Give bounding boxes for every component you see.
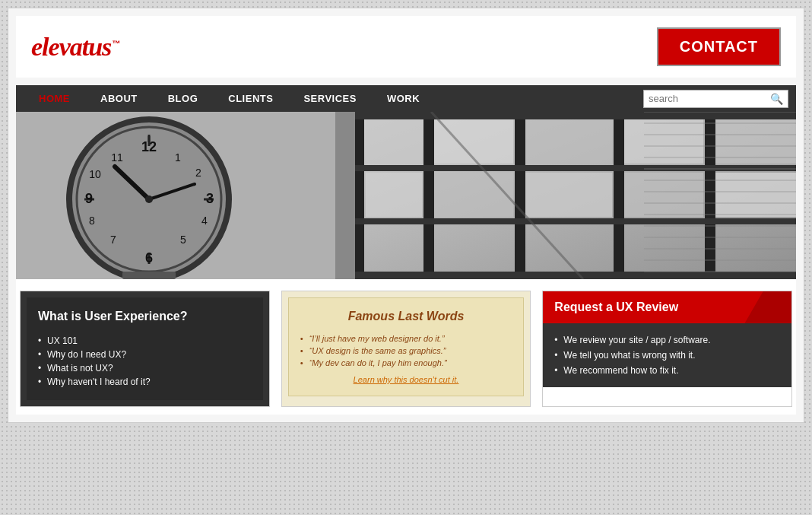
svg-rect-36 [434, 119, 513, 164]
svg-text:6: 6 [145, 250, 153, 265]
search-button[interactable]: 🔍 [770, 93, 783, 105]
nav-item-work[interactable]: WORK [372, 85, 435, 112]
svg-rect-32 [355, 165, 796, 171]
list-item: Why haven't I heard of it? [38, 375, 252, 389]
list-item: Why do I need UX? [38, 348, 252, 361]
contact-button[interactable]: CONTACT [657, 27, 781, 66]
card-flw-list: “I’ll just have my web designer do it.” … [300, 332, 512, 369]
svg-rect-34 [355, 272, 796, 279]
svg-text:1: 1 [175, 151, 181, 164]
svg-rect-42 [525, 173, 612, 217]
search-input[interactable] [649, 93, 770, 104]
card-review-header: Request a UX Review [543, 291, 791, 323]
hero-clock: 12 3 6 9 1 2 4 5 7 8 10 11 [16, 112, 335, 279]
svg-rect-24 [122, 272, 176, 279]
nav-link-about[interactable]: ABOUT [85, 85, 153, 112]
card-review-title: Request a UX Review [554, 300, 780, 314]
svg-rect-44 [715, 173, 796, 217]
list-item: We tell you what is wrong with it. [554, 348, 780, 363]
card-review-body: We review your site / app / software. We… [543, 323, 791, 387]
nav-item-home[interactable]: HOME [24, 85, 85, 112]
svg-rect-27 [423, 112, 434, 279]
svg-rect-37 [525, 119, 612, 164]
svg-text:12: 12 [141, 139, 157, 154]
card-review-list: We review your site / app / software. We… [554, 332, 780, 378]
svg-rect-31 [355, 112, 796, 119]
svg-rect-41 [434, 173, 513, 217]
search-box[interactable]: 🔍 [643, 90, 788, 108]
card-famous-last-words: Famous Last Words “I’ll just have my web… [281, 291, 531, 407]
hero-building [355, 112, 796, 279]
svg-text:10: 10 [89, 168, 101, 180]
cards-section: What is User Experience? UX 101 Why do I… [16, 279, 796, 415]
list-item: UX 101 [38, 334, 252, 348]
svg-point-23 [145, 196, 153, 203]
card-ux-review: Request a UX Review We review your site … [542, 291, 792, 407]
svg-rect-28 [515, 112, 525, 279]
list-item: What is not UX? [38, 361, 252, 375]
nav-items: HOME ABOUT BLOG CLIENTS SERVICES WORK [24, 85, 643, 112]
header: elevatus™ CONTACT [16, 16, 796, 78]
svg-rect-35 [366, 119, 422, 164]
list-item: “My dev can do it, I pay him enough.” [300, 357, 512, 369]
svg-rect-38 [624, 119, 703, 164]
svg-rect-33 [355, 218, 796, 224]
svg-text:11: 11 [111, 151, 123, 164]
svg-text:7: 7 [110, 234, 116, 246]
nav-item-about[interactable]: ABOUT [85, 85, 153, 112]
card-ux-title: What is User Experience? [38, 309, 252, 325]
list-item: “I’ll just have my web designer do it.” [300, 332, 512, 345]
svg-text:9: 9 [85, 191, 93, 206]
card-ux: What is User Experience? UX 101 Why do I… [20, 291, 270, 407]
svg-text:4: 4 [201, 215, 208, 227]
hero-image: 12 3 6 9 1 2 4 5 7 8 10 11 [16, 112, 796, 279]
card-ux-list: UX 101 Why do I need UX? What is not UX?… [38, 334, 252, 389]
learn-more-link[interactable]: Learn why this doesn’t cut it. [300, 375, 512, 384]
nav-item-services[interactable]: SERVICES [288, 85, 372, 112]
svg-rect-26 [355, 112, 364, 279]
nav-item-blog[interactable]: BLOG [153, 85, 214, 112]
nav-link-work[interactable]: WORK [372, 85, 435, 112]
list-item: “UX design is the same as graphics.” [300, 345, 512, 357]
search-icon: 🔍 [770, 93, 783, 105]
svg-rect-43 [624, 173, 703, 217]
nav-item-clients[interactable]: CLIENTS [213, 85, 288, 112]
svg-text:2: 2 [195, 167, 201, 179]
svg-rect-39 [715, 119, 796, 164]
card-flw-title: Famous Last Words [300, 310, 512, 323]
nav-link-clients[interactable]: CLIENTS [213, 85, 288, 112]
logo[interactable]: elevatus™ [31, 33, 119, 62]
svg-rect-40 [366, 173, 422, 217]
nav-link-blog[interactable]: BLOG [153, 85, 214, 112]
svg-rect-30 [705, 112, 715, 279]
svg-text:8: 8 [89, 215, 95, 227]
nav-link-home[interactable]: HOME [24, 85, 85, 112]
nav-link-services[interactable]: SERVICES [288, 85, 372, 112]
svg-text:3: 3 [206, 191, 214, 206]
list-item: We review your site / app / software. [554, 332, 780, 348]
svg-text:5: 5 [180, 234, 186, 246]
svg-rect-29 [614, 112, 624, 279]
list-item: We recommend how to fix it. [554, 363, 780, 378]
navigation: HOME ABOUT BLOG CLIENTS SERVICES WORK [16, 85, 796, 112]
